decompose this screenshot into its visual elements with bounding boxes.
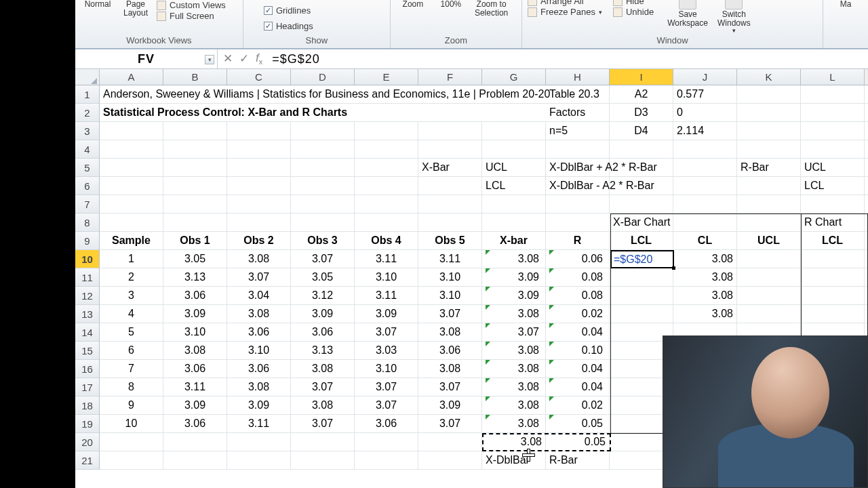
cell[interactable]: 3.08 (163, 342, 227, 359)
cell[interactable]: 3.08 (673, 268, 737, 286)
cell[interactable]: R-Bar (546, 451, 610, 469)
cell[interactable]: 6 (100, 342, 163, 359)
cell[interactable]: 0.08 (546, 268, 610, 286)
cell[interactable] (610, 159, 673, 176)
cell[interactable]: 3.09 (163, 396, 227, 414)
cell[interactable] (801, 140, 865, 158)
gridlines-checkbox[interactable]: ✓Gridlines (264, 5, 311, 16)
cell[interactable]: 0.06 (546, 250, 610, 268)
cell[interactable] (291, 451, 355, 469)
cell[interactable] (418, 195, 482, 213)
cell[interactable] (801, 287, 865, 304)
row-header[interactable]: 3 (75, 122, 100, 140)
cell[interactable]: 3.11 (163, 378, 227, 396)
cell[interactable] (227, 140, 291, 158)
cell[interactable]: 3.13 (163, 268, 227, 286)
cell[interactable]: 3.11 (418, 250, 482, 268)
cell[interactable]: 3.07 (355, 378, 418, 396)
cell[interactable]: 3.08 (482, 378, 546, 396)
cell[interactable]: 3.13 (291, 342, 355, 359)
row-header[interactable]: 16 (75, 360, 100, 378)
cell[interactable] (227, 214, 291, 231)
row-header[interactable]: 12 (75, 287, 100, 305)
formula-input[interactable]: =$G$20 (268, 52, 868, 66)
cell[interactable] (355, 451, 418, 469)
cell[interactable]: UCL (482, 159, 546, 176)
cell[interactable] (163, 451, 227, 469)
cell[interactable]: 3.08 (291, 396, 355, 414)
cell[interactable]: 3.09 (482, 268, 546, 286)
zoom-100-button[interactable]: 100% (434, 0, 468, 9)
cell[interactable] (610, 177, 673, 195)
row-header[interactable]: 4 (75, 140, 100, 159)
cell[interactable] (163, 195, 227, 213)
cell[interactable]: 3.07 (291, 250, 355, 268)
headings-checkbox[interactable]: ✓Headings (264, 21, 313, 31)
col-header[interactable]: K (737, 69, 801, 85)
cell[interactable] (291, 177, 355, 195)
arrange-all-button[interactable]: Arrange All (528, 0, 602, 6)
cell[interactable]: 3.08 (482, 433, 546, 451)
cell[interactable]: 3.03 (355, 342, 418, 359)
cell[interactable] (801, 250, 865, 268)
cell[interactable]: A2 (610, 85, 673, 103)
page-layout-button[interactable]: Page Layout (119, 0, 153, 17)
row-header[interactable]: 8 (75, 214, 100, 232)
cell[interactable] (355, 122, 418, 140)
cell[interactable]: Table 20.3 (546, 85, 610, 103)
cell[interactable] (227, 159, 291, 176)
cell[interactable]: 3.08 (482, 396, 546, 414)
cell[interactable] (801, 305, 865, 323)
row-header[interactable]: 18 (75, 396, 100, 415)
cell[interactable]: 3.06 (355, 415, 418, 432)
row-header[interactable]: 6 (75, 177, 100, 195)
cell[interactable]: LCL (801, 232, 865, 249)
cell[interactable]: 3.08 (482, 415, 546, 432)
cell[interactable] (163, 177, 227, 195)
row-header[interactable]: 17 (75, 378, 100, 396)
cell[interactable] (801, 122, 865, 140)
cell[interactable]: 3.06 (163, 360, 227, 378)
cell[interactable]: 3.09 (227, 396, 291, 414)
cell[interactable]: 10 (100, 415, 163, 432)
cell[interactable]: 3.08 (482, 305, 546, 323)
formula-accept-button[interactable]: ✓ (239, 52, 249, 66)
cell[interactable]: 3.06 (227, 323, 291, 341)
col-header-selected[interactable]: I (610, 69, 673, 85)
row-header[interactable]: 19 (75, 415, 100, 433)
cell[interactable] (737, 305, 801, 323)
cell[interactable] (100, 433, 163, 451)
cell[interactable]: 3.04 (227, 287, 291, 304)
cell[interactable] (100, 195, 163, 213)
cell[interactable]: X-Bar (418, 159, 482, 176)
col-header[interactable]: H (546, 69, 610, 85)
cell[interactable] (673, 195, 737, 213)
cell[interactable]: LCL (801, 177, 865, 195)
cell[interactable]: Factors (546, 104, 610, 121)
cell[interactable]: 3.08 (482, 360, 546, 378)
cell[interactable]: LCL (482, 177, 546, 195)
cell[interactable]: 3.10 (163, 323, 227, 341)
save-workspace-button[interactable]: Save Workspace (665, 0, 711, 28)
cell[interactable]: 3.08 (227, 378, 291, 396)
cell[interactable]: 3.06 (291, 323, 355, 341)
cell[interactable]: 0.10 (546, 342, 610, 359)
cell[interactable]: 3.07 (418, 415, 482, 432)
row-header[interactable]: 14 (75, 323, 100, 342)
cell[interactable] (673, 140, 737, 158)
cell[interactable] (355, 195, 418, 213)
cell[interactable] (418, 451, 482, 469)
cell[interactable] (737, 104, 801, 121)
cell[interactable] (737, 140, 801, 158)
cell[interactable]: 0.02 (546, 396, 610, 414)
col-header[interactable]: G (482, 69, 546, 85)
cell[interactable]: 3.07 (291, 415, 355, 432)
cell[interactable]: 3.09 (355, 305, 418, 323)
cell[interactable] (100, 177, 163, 195)
cell[interactable] (100, 122, 163, 140)
cell[interactable] (355, 433, 418, 451)
macros-button[interactable]: Ma (829, 0, 863, 9)
cell[interactable]: 9 (100, 396, 163, 414)
cell[interactable] (610, 195, 673, 213)
hide-button[interactable]: Hide (613, 0, 654, 6)
